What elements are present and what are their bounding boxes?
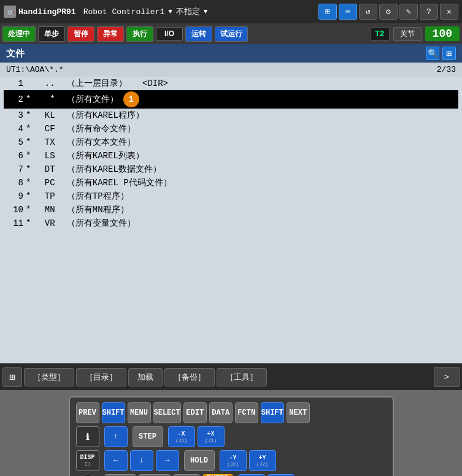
score-badge: 100 [425,26,460,41]
bottom-toolbar: ⊞ ［类型］ ［目录］ 加载 ［备份］ ［工具］ ＞ [0,363,462,390]
row-num: 2 [6,94,23,104]
next-btn[interactable]: NEXT [287,402,310,423]
table-row[interactable]: 3 * KL （所有KAREL程序） [4,109,458,122]
backup-btn[interactable]: ［备份］ [164,368,215,386]
trial-run-btn[interactable]: 试运行 [215,26,248,42]
row-num: 3 [6,110,23,120]
hold-btn[interactable]: HOLD [184,450,215,471]
next-page-btn[interactable]: ＞ [434,367,460,387]
table-row[interactable]: 4 * CF （所有命令文件） [4,122,458,136]
menu-btn[interactable]: MENU [128,402,151,423]
table-row[interactable]: 7 * DT （所有KAREL数据文件） [4,163,458,176]
edit-icon-btn[interactable]: ✎ [399,4,418,20]
grid-toolbar-btn[interactable]: ⊞ [2,367,22,387]
table-row[interactable]: 6 * LS （所有KAREL列表） [4,149,458,163]
row-num: 9 [6,191,23,201]
pos-y-btn[interactable]: +Y(J2) [249,450,276,471]
file-panel-header-icons: 🔍 ⊞ [426,47,456,60]
shift-left-btn[interactable]: SHIFT [102,402,125,423]
top-bar: 🤖 HandlingPR01 Robot Controller1 ▼ 不指定 ▼… [0,0,462,23]
file-panel-title: 文件 [6,48,25,60]
execute-btn[interactable]: 执行 [126,26,153,42]
select-btn[interactable]: SELECT [153,402,181,423]
grid-view-btn[interactable]: ⊞ [318,4,337,20]
row-num: 7 [6,164,23,174]
tools-btn[interactable]: ［工具］ [217,368,267,386]
status-bar: 处理中 单步 暂停 异常 执行 I/O 运转 试运行 T2 关节 100 [0,23,462,44]
file-panel-header: 文件 🔍 ⊞ [0,44,462,63]
kbd-row-3: DISP□ ← ↓ → HOLD -Y(J2) +Y(J2) [76,450,387,471]
error-btn[interactable]: 异常 [97,26,124,42]
table-row[interactable]: 1 .. （上一层目录） <DIR> [4,77,458,90]
unspec-label: 不指定 [176,6,200,17]
step-btn[interactable]: STEP [133,426,163,447]
help-btn[interactable]: ? [420,4,438,20]
row-num: 1 [6,79,23,88]
processing-btn[interactable]: 处理中 [2,26,36,42]
single-step-btn[interactable]: 单步 [38,26,65,42]
keyboard-panel: PREV SHIFT MENU SELECT EDIT DATA FCTN SH… [69,396,394,476]
row-num: 6 [6,151,23,161]
pos-x-btn[interactable]: +X(J1) [198,426,225,447]
unspec-arrow: ▼ [204,8,208,15]
app-logo: 🤖 HandlingPR01 [4,6,76,18]
top-bar-icons: ⊞ ⌨ ↺ ⚙ ✎ ? ✕ [318,4,458,20]
table-row[interactable]: 10 * MN （所有MN程序） [4,203,458,217]
badge-1: 1 [123,91,139,107]
table-row[interactable]: 2 * * （所有文件） 1 [4,90,458,109]
keyboard-area: PREV SHIFT MENU SELECT EDIT DATA FCTN SH… [0,390,462,476]
row-num: 5 [6,137,23,147]
info-btn[interactable]: ℹ [76,426,99,447]
row-num: 11 [6,218,23,228]
table-row[interactable]: 11 * VR （所有变量文件） [4,217,458,230]
kbd-row-2: ℹ ↑ STEP -X(J1) +X(J1) [76,426,387,447]
up-arrow-btn[interactable]: ↑ [104,426,128,447]
layout-icon[interactable]: ⊞ [442,47,456,60]
neg-y-btn[interactable]: -Y(J2) [220,450,247,471]
left-arrow-btn[interactable]: ← [104,450,128,471]
controller-label: Robot Controller1 [83,7,165,17]
file-list: 1 .. （上一层目录） <DIR> 2 * * （所有文件） 1 3 * KL… [0,77,462,230]
down-arrow-btn[interactable]: ↓ [130,450,153,471]
kbd-row-1: PREV SHIFT MENU SELECT EDIT DATA FCTN SH… [76,402,387,423]
controller-arrow: ▼ [168,8,172,15]
keyboard-btn[interactable]: ⌨ [339,4,357,20]
row-num: 4 [6,124,23,134]
load-btn[interactable]: 加载 [128,368,163,386]
robot-icon: 🤖 [4,6,16,18]
file-path-bar: UT1:\AOA\*.* 2/33 [0,63,462,77]
edit-btn[interactable]: EDIT [183,402,207,423]
file-panel: 文件 🔍 ⊞ UT1:\AOA\*.* 2/33 1 .. （上一层目录） <D… [0,44,462,363]
shift-right-btn[interactable]: SHIFT [261,402,284,423]
right-arrow-btn[interactable]: → [156,450,179,471]
t2-badge: T2 [370,28,390,40]
status-right: T2 关节 100 [370,26,460,41]
row-num: 10 [6,205,23,215]
type-btn[interactable]: ［类型］ [24,368,74,386]
close-btn[interactable]: 关节 [393,27,422,41]
data-btn[interactable]: DATA [209,402,233,423]
settings-btn[interactable]: ⚙ [379,4,398,20]
table-row[interactable]: 9 * TP （所有TP程序） [4,190,458,203]
prev-btn[interactable]: PREV [76,402,99,423]
app-name: HandlingPR01 [18,7,76,17]
io-btn[interactable]: I/O [156,27,183,40]
close-window-btn[interactable]: ✕ [440,4,458,20]
file-page: 2/33 [437,65,456,74]
dir-btn[interactable]: ［目录］ [76,368,126,386]
table-row[interactable]: 5 * TX （所有文本文件） [4,136,458,149]
disp-btn[interactable]: DISP□ [76,450,99,471]
transport-btn[interactable]: 运转 [185,26,212,42]
refresh-btn[interactable]: ↺ [359,4,377,20]
zoom-icon[interactable]: 🔍 [426,47,439,60]
row-num: 8 [6,178,23,188]
neg-x-btn[interactable]: -X(J1) [168,426,195,447]
table-row[interactable]: 8 * PC （所有KAREL P代码文件） [4,176,458,190]
fctn-btn[interactable]: FCTN [235,402,258,423]
file-path: UT1:\AOA\*.* [6,65,64,74]
pause-btn[interactable]: 暂停 [67,26,94,42]
